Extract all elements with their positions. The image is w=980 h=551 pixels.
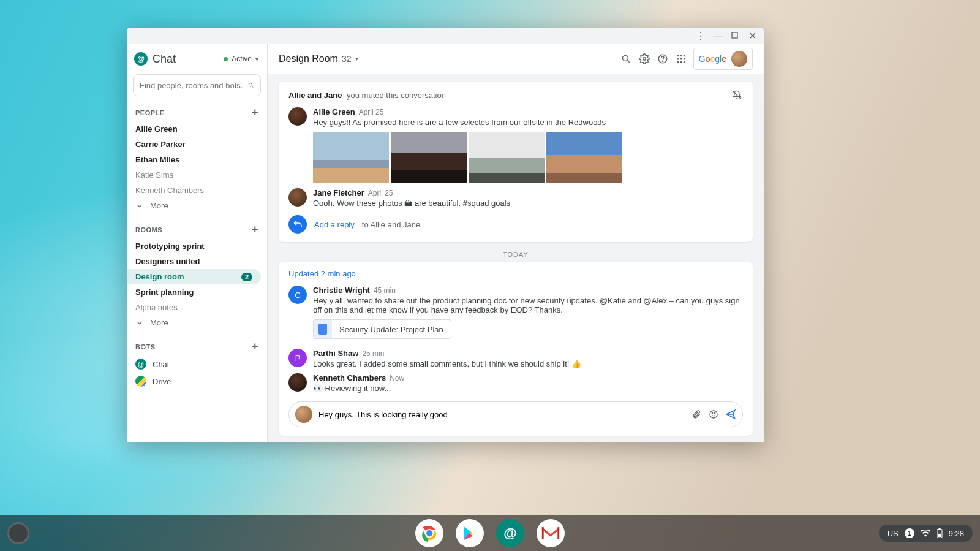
message-time: April 25 — [359, 108, 384, 116]
sidebar-bot-item[interactable]: @ Chat — [127, 355, 267, 373]
add-room-button[interactable]: + — [252, 223, 258, 236]
reply-button[interactable] — [288, 215, 307, 234]
chevron-down-icon: ▾ — [355, 55, 358, 62]
message-text: Hey guys!! As promised here is are a few… — [313, 118, 743, 127]
search-box[interactable] — [133, 74, 261, 96]
search-input[interactable] — [140, 81, 243, 90]
account-switcher[interactable]: Google — [693, 48, 753, 70]
section-header-people: PEOPLE + — [127, 102, 267, 121]
sidebar-person-item[interactable]: Katie Sims — [127, 167, 267, 183]
message-time: Now — [390, 374, 404, 382]
svg-point-3 — [622, 55, 628, 61]
sidebar: @ Chat Active ▾ PEOPLE + Allie Green Car… — [127, 44, 268, 442]
help-icon[interactable] — [657, 53, 669, 65]
add-person-button[interactable]: + — [252, 106, 258, 119]
avatar-icon — [288, 188, 307, 207]
window-close-icon[interactable]: ✕ — [748, 31, 756, 40]
svg-point-12 — [680, 58, 682, 59]
chat-bot-icon: @ — [135, 359, 146, 370]
sidebar-room-item[interactable]: Sprint planning — [127, 284, 267, 300]
google-logo-text: Google — [699, 54, 726, 64]
reply-row: Add a reply to Allie and Jane — [288, 215, 743, 234]
sidebar-person-item[interactable]: Carrie Parker — [127, 137, 267, 152]
add-reply-link[interactable]: Add a reply — [314, 220, 355, 229]
section-header-bots: BOTS + — [127, 336, 267, 355]
add-bot-button[interactable]: + — [252, 340, 258, 353]
sidebar-bot-item[interactable]: Drive — [127, 373, 267, 390]
people-more-toggle[interactable]: More — [127, 198, 267, 213]
shelf-pinned-apps: @ — [415, 519, 565, 547]
window-minimize-icon[interactable]: — — [714, 31, 722, 40]
avatar-initial-icon: C — [288, 286, 307, 304]
presence-status-dropdown[interactable]: Active ▾ — [224, 55, 258, 63]
rooms-more-toggle[interactable]: More — [127, 315, 267, 330]
message-author: Parthi Shaw — [313, 349, 358, 358]
play-store-app-icon[interactable] — [456, 519, 484, 547]
date-divider: TODAY — [279, 251, 753, 258]
sidebar-room-item-active[interactable]: Design room 2 — [127, 269, 261, 284]
photo-thumbnail[interactable] — [313, 132, 389, 183]
system-tray[interactable]: US 1 9:28 — [879, 525, 973, 542]
sidebar-person-item[interactable]: Allie Green — [127, 121, 267, 137]
document-attachment[interactable]: Secuirty Update: Project Plan — [313, 319, 451, 339]
message-author: Christie Wright — [313, 286, 370, 295]
drive-bot-icon — [135, 376, 146, 387]
chat-app-shelf-icon[interactable]: @ — [496, 519, 524, 547]
emoji-icon[interactable] — [708, 409, 719, 420]
section-label: BOTS — [135, 343, 156, 351]
reply-arrow-icon — [293, 219, 303, 229]
main-header: Design Room 32 ▾ — [268, 44, 764, 74]
message-text: 👀 Reviewing it now... — [313, 384, 743, 393]
svg-point-5 — [643, 57, 646, 60]
window-menu-icon[interactable]: ⋮ — [696, 31, 705, 40]
message-text: Hey y'all, wanted to share out the produ… — [313, 296, 743, 314]
sidebar-person-item[interactable]: Kenneth Chambers — [127, 183, 267, 198]
status-dot-icon — [224, 57, 228, 61]
svg-rect-26 — [938, 528, 940, 530]
sidebar-person-item[interactable]: Ethan Miles — [127, 152, 267, 167]
sidebar-room-item[interactable]: Alpha notes — [127, 300, 267, 315]
message-author: Allie Green — [313, 107, 355, 116]
battery-icon — [937, 528, 943, 538]
search-icon[interactable] — [620, 53, 632, 65]
compose-input[interactable] — [318, 410, 685, 419]
message-item: P Parthi Shaw25 min Looks great. I added… — [288, 346, 743, 371]
sidebar-room-item[interactable]: Designers united — [127, 254, 267, 269]
chrome-app-icon[interactable] — [415, 519, 443, 547]
thread-card: Allie and Jane you muted this conversati… — [279, 82, 753, 242]
clock: 9:28 — [949, 529, 964, 538]
message-item: Allie GreenApril 25 Hey guys!! As promis… — [288, 105, 743, 186]
self-avatar-icon — [295, 406, 312, 423]
gmail-app-icon[interactable] — [537, 519, 565, 547]
photo-thumbnail[interactable] — [391, 132, 467, 183]
window-maximize-icon[interactable] — [731, 31, 739, 40]
message-author: Jane Fletcher — [313, 188, 364, 197]
svg-point-7 — [662, 61, 663, 61]
thread-card: Updated 2 min ago C Christie Wright45 mi… — [279, 262, 753, 436]
chevron-down-icon — [135, 319, 144, 327]
message-text: Looks great. I added some small comments… — [313, 359, 743, 368]
room-title-dropdown[interactable]: Design Room 32 ▾ — [279, 53, 358, 64]
message-time: 45 min — [374, 286, 396, 295]
message-item: Jane FletcherApril 25 Oooh. Wow these ph… — [288, 186, 743, 210]
apps-grid-icon[interactable] — [675, 53, 687, 65]
svg-point-13 — [684, 58, 685, 59]
settings-gear-icon[interactable] — [638, 53, 650, 65]
mute-bell-off-icon[interactable] — [731, 89, 743, 101]
section-label: PEOPLE — [135, 109, 165, 116]
notification-count-badge: 1 — [905, 528, 914, 538]
avatar-initial-icon: P — [288, 349, 307, 367]
message-author: Kenneth Chambers — [313, 373, 386, 382]
sidebar-room-item[interactable]: Prototyping sprint — [127, 238, 267, 254]
svg-point-10 — [684, 55, 685, 56]
messages-scroll-area[interactable]: Allie and Jane you muted this conversati… — [268, 74, 764, 442]
svg-point-9 — [680, 55, 682, 56]
launcher-button[interactable] — [7, 522, 29, 544]
svg-point-14 — [677, 61, 679, 63]
wifi-icon — [921, 530, 930, 537]
send-button[interactable] — [725, 409, 736, 420]
attach-icon[interactable] — [691, 409, 702, 420]
unread-badge: 2 — [241, 273, 252, 281]
photo-thumbnail[interactable] — [469, 132, 545, 183]
photo-thumbnail[interactable] — [546, 132, 622, 183]
